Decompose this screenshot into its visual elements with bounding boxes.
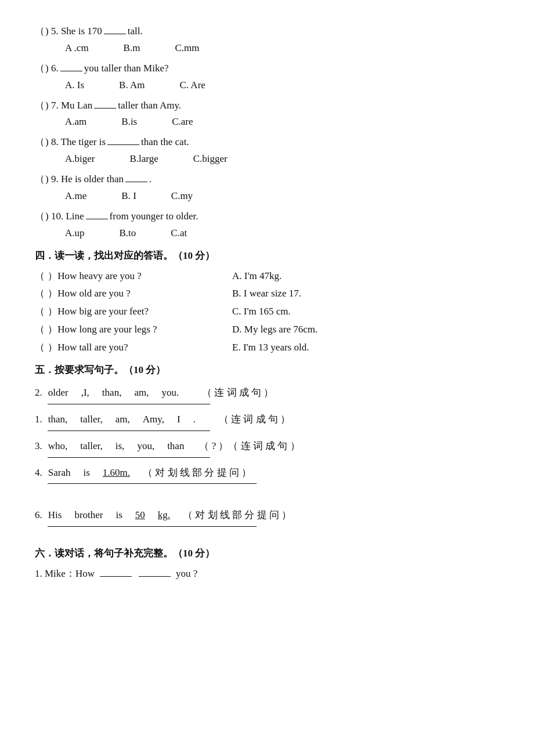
q8-choice-c: C.bigger [193,151,228,168]
q7-choice-b: B.is [121,114,137,131]
sentence-2-words: older ,I, than, am, you. [48,385,179,401]
section6-q1-blank2 [139,576,171,577]
sentence-2-section: 2. older ,I, than, am, you. （ 连 词 成 句 ） [35,385,499,404]
section5-title: 五．按要求写句子。（10 分） [35,362,499,379]
section6-q1-blank1 [100,576,132,577]
sentence-6-section: 6. His brother is 50 kg. （ 对 划 线 部 分 提 问… [35,507,499,540]
q10-choices: A.up B.to C.at [35,225,499,242]
sentence-4-num: 4. [35,465,42,482]
sentence-1-answer-line [48,431,210,431]
q8-choice-a: A.biger [65,151,95,168]
q8-choice-b: B.large [129,151,158,168]
q8-choices: A.biger B.large C.bigger [35,151,499,168]
paren-6: （ [35,60,45,77]
q10-choice-b: B.to [120,225,136,242]
q7-choices: A.am B.is C.are [35,114,499,131]
q6-choice-c: C. Are [179,77,205,94]
sentence-4-section: 4. Sarah is 1.60m. （ 对 划 线 部 分 提 问 ） [35,465,499,502]
paren-5: （ [35,23,45,40]
matching-row-2: （ ） How old are you ? B. I wear size 17. [35,285,499,302]
sentence-6-num: 6. [35,507,42,524]
q9-choice-c: C.my [171,188,193,205]
section6-q1-text: 1. Mike：How [35,566,95,583]
q9-rest: . [149,171,151,188]
match-a3: C. I'm 165 cm. [232,303,499,320]
q10-rest: from younger to older. [110,208,199,225]
matching-row-1: （ ） How heavy are you ? A. I'm 47kg. [35,268,499,285]
question-9: （ ) 9. He is older than . A.me B. I C.my [35,171,499,205]
section4-title: 四．读一读，找出对应的答语。（10 分） [35,248,499,265]
match-q3: How big are your feet? [57,303,149,320]
sentence-4-answer-line [48,483,257,484]
q9-choices: A.me B. I C.my [35,188,499,205]
sentence-3-section: 3. who, taller, is, you, than （ ? ）（ 连 词… [35,438,499,458]
q5-text: ) 5. She is 170 [45,23,102,40]
match-q4: How long are your legs ? [57,321,157,338]
paren-8: （ [35,134,45,151]
paren-9: （ [35,171,45,188]
page: （ ) 5. She is 170 tall. A .cm B.m C.mm （… [0,0,534,756]
question-7: （ ) 7. Mu Lan taller than Amy. A.am B.is… [35,97,499,131]
question-6: （ ) 6. you taller than Mike? A. Is B. Am… [35,60,499,94]
match-a4: D. My legs are 76cm. [232,321,499,338]
q7-text: ) 7. Mu Lan [45,97,92,114]
match-a2: B. I wear size 17. [232,285,499,302]
q9-choice-a: A.me [65,188,86,205]
q7-choice-a: A.am [65,114,86,131]
sentence-1-num: 1. [35,411,42,428]
question-5: （ ) 5. She is 170 tall. A .cm B.m C.mm [35,23,499,57]
q5-choice-b: B.m [124,40,140,57]
q7-choice-c: C.are [172,114,193,131]
match-a1: A. I'm 47kg. [232,268,499,285]
question-10: （ ) 10. Line from younger to older. A.up… [35,208,499,242]
paren-10: （ [35,208,45,225]
q5-choice-c: C.mm [175,40,199,57]
match-q1: How heavy are you ? [57,268,141,285]
sentence-3-words: who, taller, is, you, than [48,438,185,455]
q6-text: ) 6. [45,60,59,77]
sentence-6-words: His brother is 50 kg. （ 对 划 线 部 分 提 问 ） [48,507,291,524]
q10-blank [86,219,108,219]
q6-blank [60,71,82,71]
q6-choice-b: B. Am [119,77,145,94]
section6-title: 六．读对话，将句子补充完整。（10 分） [35,545,499,562]
q6-choices: A. Is B. Am C. Are [35,77,499,94]
section6-q1: 1. Mike：How you ? [35,566,499,583]
q7-rest: taller than Amy. [118,97,181,114]
q8-blank [107,144,139,145]
match-q2: How old are you ? [57,285,131,302]
paren-7: （ [35,97,45,114]
q6-choice-a: A. Is [65,77,84,94]
q5-rest: tall. [128,23,143,40]
sentence-4-words: Sarah is 1.60m. （ 对 划 线 部 分 提 问 ） [48,465,251,482]
match-a5: E. I'm 13 years old. [232,339,499,356]
q9-blank [125,182,147,182]
match-q5: How tall are you? [57,339,128,356]
sentence-2-answer-line [48,404,210,404]
matching-row-3: （ ） How big are your feet? C. I'm 165 cm… [35,303,499,320]
q9-choice-b: B. I [121,188,136,205]
sentence-2-num: 2. [35,385,42,401]
sentence-1-section: 1. than, taller, am, Amy, I . （ 连 词 成 句 … [35,411,499,431]
q5-blank [104,34,126,34]
q6-rest: you taller than Mike? [84,60,169,77]
q8-text: ) 8. The tiger is [45,134,106,151]
q10-text: ) 10. Line [45,208,84,225]
q7-blank [94,108,116,108]
sentence-3-answer-line [48,457,210,458]
sentence-3-num: 3. [35,438,42,455]
q5-choices: A .cm B.m C.mm [35,40,499,57]
sentence-1-words: than, taller, am, Amy, I . [48,411,196,428]
question-8: （ ) 8. The tiger is than the cat. A.bige… [35,134,499,168]
section6-q1-end: you ? [176,566,197,583]
q9-text: ) 9. He is older than [45,171,124,188]
matching-row-5: （ ） How tall are you? E. I'm 13 years ol… [35,339,499,356]
q5-choice-a: A .cm [65,40,89,57]
q10-choice-a: A.up [65,225,85,242]
matching-row-4: （ ） How long are your legs ? D. My legs … [35,321,499,338]
q8-rest: than the cat. [141,134,189,151]
sentence-6-answer-line [48,526,257,527]
q10-choice-c: C.at [171,225,187,242]
